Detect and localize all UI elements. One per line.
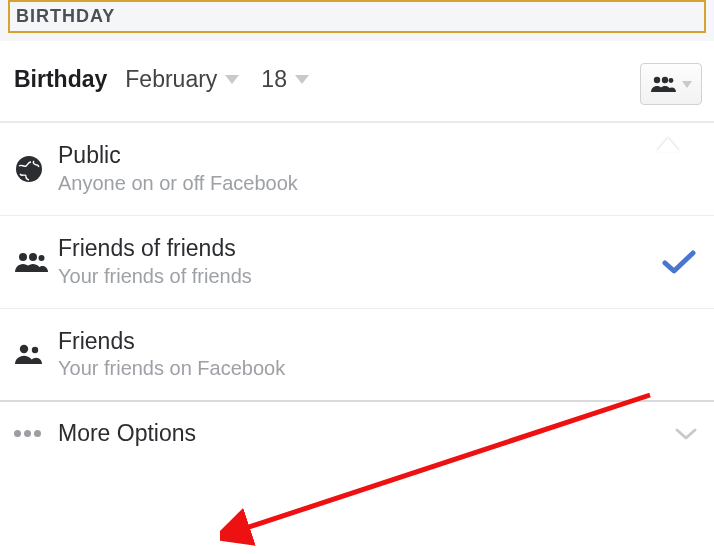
option-subtitle: Anyone on or off Facebook <box>58 170 698 197</box>
svg-point-2 <box>669 78 674 83</box>
svg-point-6 <box>39 255 45 261</box>
svg-point-7 <box>20 345 28 353</box>
option-subtitle: Your friends on Facebook <box>58 355 698 382</box>
chevron-down-icon <box>674 426 698 442</box>
section-title: BIRTHDAY <box>16 6 115 26</box>
caret-down-icon <box>682 81 692 88</box>
header-band: BIRTHDAY <box>0 0 714 41</box>
more-icon <box>14 430 41 437</box>
globe-icon <box>14 154 44 184</box>
day-value: 18 <box>261 66 287 93</box>
caret-down-icon <box>295 75 309 84</box>
svg-point-1 <box>662 77 668 83</box>
caret-down-icon <box>225 75 239 84</box>
field-label-birthday: Birthday <box>14 66 107 93</box>
option-subtitle: Your friends of friends <box>58 263 698 290</box>
audience-selector-button[interactable] <box>640 63 702 105</box>
svg-point-4 <box>19 253 27 261</box>
svg-point-5 <box>29 253 37 261</box>
audience-option-public[interactable]: Public Anyone on or off Facebook <box>0 123 714 216</box>
svg-point-3 <box>16 156 42 182</box>
section-header: BIRTHDAY <box>8 0 706 33</box>
more-options-label: More Options <box>58 420 674 447</box>
option-title: Friends of friends <box>58 234 698 263</box>
popover-pointer <box>656 138 680 152</box>
svg-point-8 <box>32 347 38 353</box>
more-options-row[interactable]: More Options <box>0 402 714 465</box>
option-title: Friends <box>58 327 698 356</box>
audience-options-list: Public Anyone on or off Facebook Friends… <box>0 123 714 402</box>
friends-icon <box>14 343 44 365</box>
month-value: February <box>125 66 217 93</box>
option-title: Public <box>58 141 698 170</box>
month-select[interactable]: February <box>125 66 239 93</box>
checkmark-icon <box>662 249 696 275</box>
svg-point-0 <box>654 77 660 83</box>
friends-of-friends-icon <box>650 75 676 93</box>
friends-of-friends-icon <box>14 251 48 273</box>
birthday-row: Birthday February 18 <box>0 41 714 123</box>
audience-option-friends[interactable]: Friends Your friends on Facebook <box>0 309 714 403</box>
day-select[interactable]: 18 <box>261 66 309 93</box>
audience-option-friends-of-friends[interactable]: Friends of friends Your friends of frien… <box>0 216 714 309</box>
